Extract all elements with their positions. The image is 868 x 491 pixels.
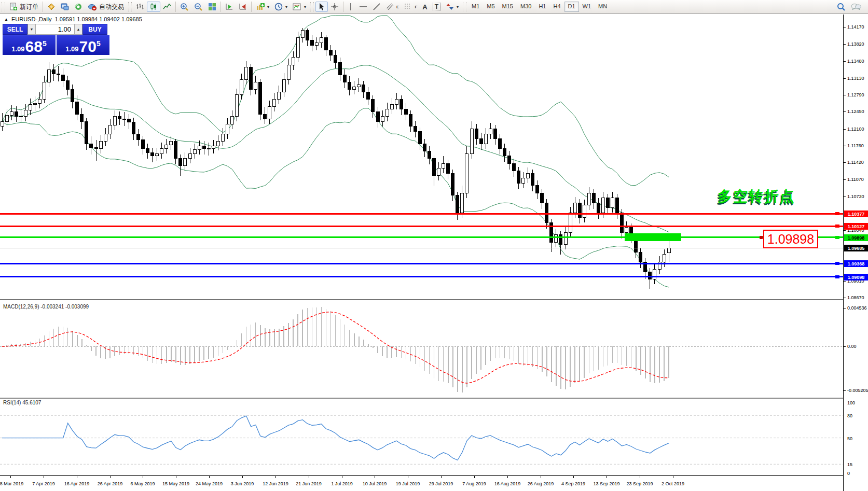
autotrade-label: 自动交易 — [99, 3, 124, 11]
time-axis-label: 24 May 2019 — [196, 481, 223, 486]
timeframe-button-M15[interactable]: M15 — [499, 2, 517, 12]
sell-button[interactable]: SELL — [3, 24, 27, 35]
line-chart-button[interactable] — [160, 2, 174, 12]
hline-handle[interactable] — [835, 212, 839, 215]
turning-point-annotation[interactable]: 多空转折点 — [718, 187, 795, 206]
price-tick-label: 1.10730 — [847, 194, 864, 199]
toolbar-grip[interactable] — [128, 2, 132, 11]
time-axis[interactable]: 28 Mar 20197 Apr 201916 Apr 201926 Apr 2… — [0, 475, 843, 491]
search-button[interactable] — [834, 2, 848, 12]
band-line[interactable] — [2, 108, 669, 287]
charts-window-button[interactable] — [58, 2, 72, 12]
time-tickmark — [441, 476, 442, 478]
chart-shift-button[interactable] — [236, 2, 250, 12]
timeframe-button-M5[interactable]: M5 — [483, 2, 498, 12]
periods-caret: ▾ — [285, 5, 287, 9]
volume-increase-button[interactable]: ▲ — [74, 24, 82, 35]
callout-handle[interactable] — [760, 236, 763, 239]
candle-body — [254, 82, 257, 89]
crosshair-button[interactable] — [328, 2, 341, 12]
toolbar-grip[interactable] — [463, 2, 466, 11]
axis-tickmark — [844, 281, 846, 282]
main-chart — [0, 15, 843, 300]
candlestick-button[interactable] — [147, 2, 160, 12]
candle-body — [334, 55, 337, 62]
panel-separator[interactable] — [0, 299, 868, 300]
timeframe-button-H4[interactable]: H4 — [549, 2, 564, 12]
time-axis-label: 26 Aug 2019 — [528, 481, 554, 486]
timeframe-button-M30[interactable]: M30 — [517, 2, 535, 12]
signals-button[interactable] — [72, 2, 85, 12]
timeframe-button-MN[interactable]: MN — [595, 2, 611, 12]
candle-body — [475, 129, 478, 139]
autotrade-button[interactable]: 自动交易 — [85, 2, 127, 12]
fibonacci-button[interactable]: F — [402, 2, 420, 12]
candle-body — [118, 117, 121, 119]
horizontal-line-button[interactable] — [356, 2, 370, 12]
bar-chart-button[interactable] — [133, 2, 147, 12]
timeframe-button-H1[interactable]: H1 — [535, 2, 549, 12]
candle-body — [428, 151, 431, 158]
price-badge-1.09685: 1.09685 — [844, 245, 868, 251]
signal-icon — [74, 3, 82, 11]
price-badge-1.09368: 1.09368 — [844, 260, 868, 267]
toolbar: 新订单 自动交易 — [0, 0, 868, 14]
timeframe-button-W1[interactable]: W1 — [579, 2, 595, 12]
candle-body — [85, 121, 88, 144]
candle-body — [385, 109, 389, 117]
candle-body — [136, 134, 140, 139]
new-order-button[interactable]: 新订单 — [7, 2, 41, 12]
collapse-arrow-icon[interactable]: ▲ — [4, 17, 8, 22]
hline-handle[interactable] — [835, 236, 839, 239]
arrows-button[interactable]: ▾ — [443, 2, 461, 12]
candle-body — [19, 116, 22, 117]
rsi-panel — [0, 399, 843, 475]
volume-decrease-button[interactable]: ▼ — [27, 24, 36, 35]
candle-body — [489, 129, 492, 134]
buy-button[interactable]: BUY — [82, 24, 107, 35]
price-axis[interactable]: 1.141701.138201.134801.131301.127901.124… — [843, 15, 868, 491]
candle-body — [376, 111, 379, 121]
channel-button[interactable]: E — [383, 2, 402, 12]
volume-input[interactable] — [36, 24, 74, 35]
candle-body — [80, 114, 84, 121]
text-label-button[interactable]: T — [430, 2, 443, 12]
text-icon: A — [422, 3, 427, 11]
toolbar-grip[interactable] — [2, 2, 5, 11]
timeframe-button-M1[interactable]: M1 — [468, 2, 483, 12]
candle-body — [653, 269, 656, 279]
candle-body — [5, 115, 8, 121]
periods-button[interactable]: ▾ — [272, 2, 290, 12]
price-tick-label: 1.11070 — [847, 177, 864, 182]
candle-body — [142, 140, 145, 149]
indicators-button[interactable]: ▾ — [253, 2, 272, 12]
timeframe-button-D1[interactable]: D1 — [564, 2, 579, 12]
zoom-out-button[interactable] — [191, 2, 205, 12]
text-button[interactable]: A — [420, 2, 430, 12]
time-tickmark — [607, 476, 607, 478]
hline-handle[interactable] — [835, 275, 839, 278]
candle-body — [423, 144, 426, 151]
one-click-trading-panel: SELL ▼ ▲ BUY 1.09 68 5 1.09 70 5 — [3, 24, 109, 55]
tile-windows-button[interactable] — [205, 2, 219, 12]
panel-separator[interactable] — [0, 398, 868, 399]
hline-handle[interactable] — [835, 262, 839, 265]
price-callout-label[interactable]: 1.09898 — [763, 230, 818, 248]
chat-button[interactable] — [848, 2, 864, 12]
price-tick-label: 1.08670 — [847, 295, 864, 300]
buy-price-display[interactable]: 1.09 70 5 — [57, 35, 109, 55]
axis-tickmark — [844, 298, 846, 298]
market-watch-button[interactable] — [45, 2, 58, 12]
candle-body — [507, 156, 511, 163]
trendline-button[interactable] — [370, 2, 383, 12]
auto-scroll-button[interactable] — [223, 2, 236, 12]
highlight-rect[interactable] — [625, 233, 681, 241]
toolbar-grip[interactable] — [310, 2, 314, 11]
hline-handle[interactable] — [835, 225, 839, 228]
templates-button[interactable]: ▾ — [290, 2, 309, 12]
zoom-in-button[interactable] — [177, 2, 191, 12]
sell-price-display[interactable]: 1.09 68 5 — [3, 35, 56, 55]
cursor-button[interactable] — [315, 2, 328, 12]
new-order-icon — [9, 3, 18, 11]
vertical-line-button[interactable] — [345, 2, 356, 12]
